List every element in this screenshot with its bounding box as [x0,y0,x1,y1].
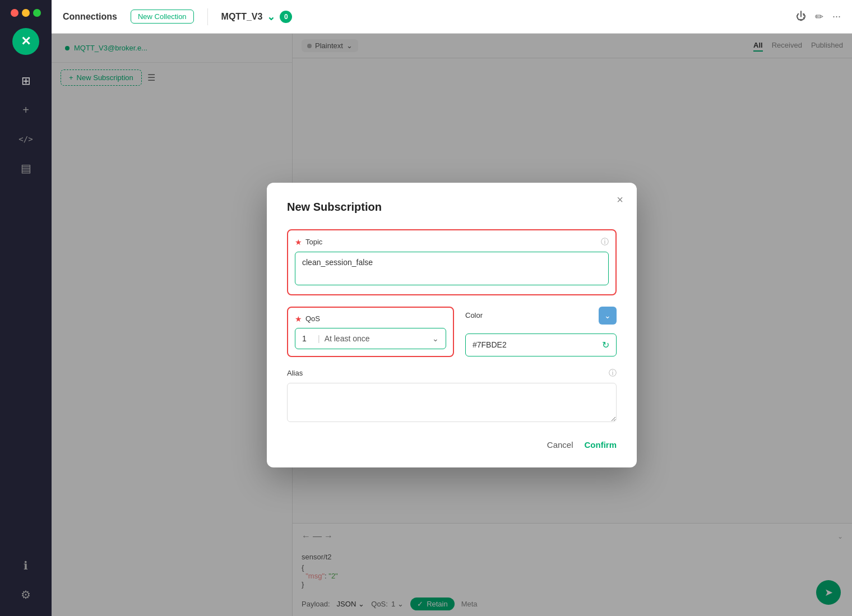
sidebar-item-connections[interactable]: ⊞ [13,68,38,93]
code-icon: </> [18,135,33,143]
confirm-button[interactable]: Confirm [585,440,617,450]
sidebar-item-info[interactable]: ℹ [13,553,38,578]
maximize-button[interactable] [33,9,41,17]
alias-label: Alias [287,369,303,377]
connections-icon: ⊞ [21,74,31,87]
topic-required-marker: ★ [295,238,302,247]
mqtt-name: MQTT_V3 [221,12,263,22]
refresh-color-icon[interactable]: ↻ [602,340,609,350]
qos-dropdown[interactable]: 1 | At least once ⌄ [295,328,446,349]
logo-icon: ✕ [21,34,31,49]
content-area: MQTT_V3@broker.e... + New Subscription ☰… [52,34,852,616]
traffic-lights [11,9,41,17]
topbar-right: ⏻ ✏ ··· [796,11,841,23]
close-button[interactable] [11,9,18,17]
qos-color-row: ★ QoS 1 | At least once ⌄ Colo [287,307,617,357]
mqtt-chevron-icon: ⌄ [267,11,275,23]
qos-field-label: QoS [305,314,320,323]
new-collection-button[interactable]: New Collection [131,10,194,24]
color-section: Color ⌄ #7FBDE2 ↻ [465,307,617,357]
topic-info-icon[interactable]: ⓘ [601,237,609,247]
topic-label-row: ★ Topic ⓘ [295,237,609,247]
color-dropdown-icon: ⌄ [604,311,611,320]
cancel-button[interactable]: Cancel [547,440,573,450]
sidebar: ✕ ⊞ + </> ▤ ℹ ⚙ [0,0,52,616]
topic-section: ★ Topic ⓘ clean_session_false [287,229,617,295]
alias-input[interactable] [287,383,617,422]
color-value-display: #7FBDE2 ↻ [465,334,617,356]
topbar: Connections New Collection MQTT_V3 ⌄ 0 ⏻… [52,0,852,34]
qos-label-row: ★ QoS [295,314,446,323]
main-area: Connections New Collection MQTT_V3 ⌄ 0 ⏻… [52,0,852,616]
edit-icon[interactable]: ✏ [815,11,823,23]
modal-title: New Subscription [287,201,617,214]
qos-description: At least once [325,334,428,343]
mqtt-title: MQTT_V3 ⌄ 0 [221,11,293,23]
qos-section: ★ QoS 1 | At least once ⌄ [287,307,454,357]
add-icon: + [22,104,29,117]
color-swatch-button[interactable]: ⌄ [599,307,617,325]
color-hex-value: #7FBDE2 [473,340,598,349]
sidebar-item-code[interactable]: </> [13,127,38,151]
minimize-button[interactable] [22,9,30,17]
alias-info-icon[interactable]: ⓘ [609,368,617,378]
modal-footer: Cancel Confirm [287,440,617,450]
topic-label: Topic [305,238,322,246]
sidebar-item-settings[interactable]: ⚙ [13,582,38,607]
app-logo: ✕ [12,28,39,55]
qos-number: 1 [302,334,313,343]
modal-overlay: New Subscription × ★ Topic ⓘ clean_sessi… [52,34,852,616]
more-icon[interactable]: ··· [832,11,841,22]
color-label: Color [465,311,483,319]
connections-label: Connections [63,12,117,22]
qos-required-marker: ★ [295,314,302,323]
power-icon[interactable]: ⏻ [796,11,806,22]
topbar-divider [207,8,208,25]
topic-input[interactable]: clean_session_false [295,252,609,285]
sidebar-item-data[interactable]: ▤ [13,156,38,180]
alias-section: Alias ⓘ [287,368,617,424]
modal-close-button[interactable]: × [617,194,623,205]
info-icon: ℹ [24,559,28,572]
alias-label-row: Alias ⓘ [287,368,617,378]
sidebar-item-add[interactable]: + [13,98,38,122]
mqtt-message-count: 0 [280,11,292,23]
settings-icon: ⚙ [21,588,31,601]
qos-dropdown-chevron-icon: ⌄ [432,334,439,343]
data-icon: ▤ [21,161,31,175]
new-subscription-modal: New Subscription × ★ Topic ⓘ clean_sessi… [267,183,637,467]
